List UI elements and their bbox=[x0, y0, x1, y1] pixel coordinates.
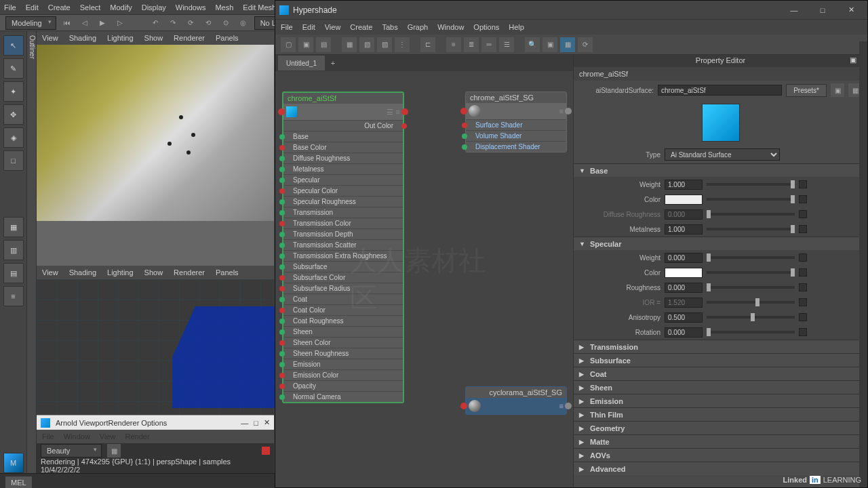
base-color-swatch[interactable] bbox=[665, 195, 703, 205]
section-geometry[interactable]: ▶Geometry bbox=[574, 421, 867, 434]
section-thin-film[interactable]: ▶Thin Film bbox=[574, 407, 867, 421]
mode-dropdown[interactable]: Modeling bbox=[5, 16, 56, 30]
attr-transmission[interactable]: Transmission bbox=[283, 207, 403, 218]
menu-select[interactable]: Select bbox=[80, 3, 101, 12]
spec-ior-slider[interactable] bbox=[707, 301, 795, 304]
spec-ior-input[interactable] bbox=[665, 298, 703, 308]
section-sheen[interactable]: ▶Sheen bbox=[574, 380, 867, 394]
vp-lighting[interactable]: Lighting bbox=[107, 34, 134, 42]
node-chrome-sg[interactable]: chrome_aiStSf_SG ≡ Surface Shader Volume… bbox=[465, 92, 567, 152]
spec-aniso-input[interactable] bbox=[665, 312, 703, 323]
spec-color-map-icon[interactable] bbox=[799, 268, 807, 277]
section-subsurface[interactable]: ▶Subsurface bbox=[574, 353, 867, 367]
spec-color-swatch[interactable] bbox=[665, 268, 703, 278]
attr-sheen-color[interactable]: Sheen Color bbox=[283, 337, 403, 348]
arnold-view[interactable]: View bbox=[100, 432, 116, 441]
vp-view[interactable]: View bbox=[42, 34, 58, 42]
section-advanced[interactable]: ▶Advanced bbox=[574, 462, 867, 475]
hs-tb-2-icon[interactable]: ▣ bbox=[298, 37, 313, 52]
attr-normal-camera[interactable]: Normal Camera bbox=[283, 391, 403, 402]
prop-scrollbar[interactable] bbox=[859, 55, 867, 487]
hs-tb-11-icon[interactable]: ═ bbox=[481, 37, 496, 52]
shelf-tool-1-icon[interactable]: ⟳ bbox=[184, 16, 197, 30]
node-in-port[interactable] bbox=[278, 108, 285, 115]
node-chrome-aistsf[interactable]: chrome_aiStSf ☰ ≡ Out Color BaseBase Col… bbox=[282, 92, 404, 403]
hs-tb-6-icon[interactable]: ▨ bbox=[377, 37, 392, 52]
select-tool[interactable]: ↖ bbox=[3, 35, 24, 56]
arnold-max-icon[interactable]: □ bbox=[254, 419, 258, 427]
menu-file[interactable]: File bbox=[4, 3, 16, 12]
base-color-map-icon[interactable] bbox=[799, 195, 807, 203]
sg-menu-icon[interactable]: ≡ bbox=[559, 107, 564, 115]
layout-1-icon[interactable]: ▦ bbox=[3, 217, 24, 237]
spec-rot-map-icon[interactable] bbox=[799, 328, 807, 336]
layout-2-icon[interactable]: ▥ bbox=[3, 240, 24, 260]
hs-menu-window[interactable]: Window bbox=[437, 23, 464, 31]
shelf-play-icon[interactable]: ▶ bbox=[96, 16, 109, 30]
shelf-play-start-icon[interactable]: ⏮ bbox=[60, 16, 74, 30]
sg-attr-volume[interactable]: Volume Shader bbox=[466, 130, 566, 141]
base-color-slider[interactable] bbox=[707, 198, 795, 201]
hs-tb-1-icon[interactable]: ▢ bbox=[281, 37, 296, 52]
cyc-header[interactable]: ≡ bbox=[466, 398, 566, 414]
hs-tb-5-icon[interactable]: ▧ bbox=[359, 37, 374, 52]
attr-out-color[interactable]: Out Color bbox=[283, 120, 403, 131]
spec-header[interactable]: ▼Specular bbox=[574, 237, 867, 250]
menu-display[interactable]: Display bbox=[142, 3, 166, 12]
shader-swatch[interactable] bbox=[702, 104, 740, 142]
attr-subsurface[interactable]: Subsurface bbox=[283, 261, 403, 272]
hs-tb-frame-icon[interactable]: ▣ bbox=[542, 37, 557, 52]
sg-out-port[interactable] bbox=[565, 108, 572, 115]
hs-tb-refresh-icon[interactable]: ⟳ bbox=[578, 37, 593, 52]
base-diffrough-input[interactable] bbox=[665, 209, 703, 220]
layout-list-icon[interactable]: ≡ bbox=[3, 286, 24, 306]
outliner-strip[interactable]: Outliner bbox=[27, 31, 37, 473]
hs-tb-grid-icon[interactable]: ▦ bbox=[560, 37, 575, 52]
shelf-frame-back-icon[interactable]: ◁ bbox=[78, 16, 92, 30]
hypershade-titlebar[interactable]: Hypershade — □ ✕ bbox=[275, 1, 867, 20]
cyc-menu-icon[interactable]: ≡ bbox=[559, 402, 564, 410]
attr-specular-color[interactable]: Specular Color bbox=[283, 185, 403, 196]
arnold-window[interactable]: Window bbox=[64, 432, 90, 441]
arnold-min-icon[interactable]: — bbox=[241, 419, 248, 427]
shelf-tool-3-icon[interactable]: ⊙ bbox=[219, 16, 233, 30]
section-coat[interactable]: ▶Coat bbox=[574, 367, 867, 380]
attr-base-color[interactable]: Base Color bbox=[283, 142, 403, 152]
attr-transmission-scatter[interactable]: Transmission Scatter bbox=[283, 239, 403, 250]
menu-edit[interactable]: Edit bbox=[26, 3, 39, 12]
base-metal-slider[interactable] bbox=[707, 228, 795, 230]
vp-show[interactable]: Show bbox=[144, 34, 163, 42]
lasso-tool[interactable]: ✎ bbox=[3, 58, 24, 79]
node-out-port[interactable] bbox=[401, 108, 408, 115]
spec-rough-input[interactable] bbox=[665, 283, 703, 293]
hs-menu-options[interactable]: Options bbox=[473, 23, 499, 31]
hs-max-icon[interactable]: □ bbox=[810, 3, 835, 18]
section-matte[interactable]: ▶Matte bbox=[574, 434, 867, 448]
hs-tb-4-icon[interactable]: ▦ bbox=[342, 37, 357, 52]
cyc-in-port[interactable] bbox=[460, 403, 467, 409]
spec-weight-slider[interactable] bbox=[707, 256, 795, 259]
attr-transmission-depth[interactable]: Transmission Depth bbox=[283, 228, 403, 239]
attr-coat[interactable]: Coat bbox=[283, 293, 403, 304]
type-select[interactable]: Ai Standard Surface bbox=[665, 148, 780, 161]
spec-color-slider[interactable] bbox=[707, 271, 795, 274]
attr-specular-roughness[interactable]: Specular Roughness bbox=[283, 196, 403, 207]
vp-shading[interactable]: Shading bbox=[69, 34, 96, 42]
attr-sheen[interactable]: Sheen bbox=[283, 326, 403, 337]
base-weight-map-icon[interactable] bbox=[799, 180, 807, 188]
curve-viewport[interactable] bbox=[37, 279, 274, 415]
attr-emission[interactable]: Emission bbox=[283, 359, 403, 369]
attr-emission-color[interactable]: Emission Color bbox=[283, 369, 403, 380]
node-header[interactable]: ☰ ≡ bbox=[283, 104, 403, 120]
spec-weight-map-icon[interactable] bbox=[799, 253, 807, 262]
hs-menu-tabs[interactable]: Tabs bbox=[382, 23, 397, 31]
cyc-out-port[interactable] bbox=[565, 403, 572, 409]
sg-attr-surface[interactable]: Surface Shader bbox=[466, 119, 566, 130]
base-weight-input[interactable] bbox=[665, 180, 703, 190]
menu-editmesh[interactable]: Edit Mesh bbox=[243, 3, 276, 12]
base-metal-map-icon[interactable] bbox=[799, 225, 807, 233]
base-weight-slider[interactable] bbox=[707, 183, 795, 186]
spec-rot-slider[interactable] bbox=[707, 331, 795, 333]
spec-aniso-slider[interactable] bbox=[707, 316, 795, 319]
vp-renderer[interactable]: Renderer bbox=[174, 34, 205, 42]
